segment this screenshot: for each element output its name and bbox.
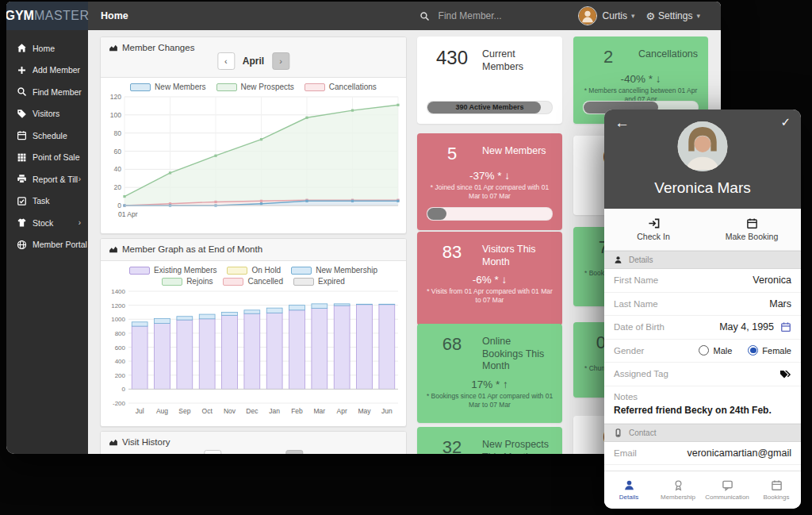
confirm-check-icon[interactable]: ✓ (780, 116, 791, 128)
settings-menu[interactable]: Settings (658, 10, 692, 21)
sidebar-item-find-member[interactable]: Find Member (6, 81, 88, 103)
tab-details[interactable]: Details (604, 471, 653, 509)
stat-note: * Visits from 01 Apr compared with 01 Ma… (417, 287, 562, 305)
svg-text:Jun: Jun (381, 407, 393, 415)
legend-swatch (223, 278, 243, 286)
prev-month-button[interactable]: ‹ (217, 52, 235, 70)
stat-note: * Bookings since 01 Apr compared with 01… (417, 392, 562, 409)
panel-title-text: Visit History (122, 437, 170, 447)
phone-icon (614, 429, 622, 437)
search-input[interactable] (437, 10, 542, 22)
calendar-icon (746, 217, 758, 229)
sidebar-item-member-portal[interactable]: Member Portal (6, 234, 88, 256)
radio-selected-icon[interactable] (748, 345, 758, 356)
user-avatar[interactable] (578, 6, 597, 25)
stat-title: New Prospects This Month (482, 437, 553, 454)
stat-card-visitors-this-month[interactable]: 83Visitors This Month-6% * ↓* Visits fro… (417, 232, 562, 325)
back-arrow-icon[interactable]: ← (615, 115, 630, 130)
sidebar-item-task[interactable]: Task (6, 190, 88, 213)
svg-text:0: 0 (122, 386, 126, 393)
next-day-button[interactable]: › (285, 450, 303, 454)
radio-unselected-icon[interactable] (699, 345, 709, 356)
legend-item-new-prospects[interactable]: New Prospects (216, 83, 294, 91)
profile-fields: First NameVeronicaLast NameMarsDate of B… (604, 269, 801, 424)
stat-card-new-members[interactable]: 5New Members-37% * ↓* Joined since 01 Ap… (417, 133, 562, 230)
field-value[interactable]: Mars (769, 298, 791, 309)
member-graph-panel: Member Graph as at End of Month Existing… (100, 238, 407, 427)
legend-item-expired[interactable]: Expired (293, 277, 345, 286)
stat-title: New Members (482, 144, 546, 164)
sidebar-item-label: Schedule (33, 131, 67, 140)
stat-title: Online Bookings This Month (482, 334, 553, 373)
stat-card-top: 430Current Members (417, 37, 562, 73)
stat-value: 2 (586, 47, 630, 67)
sidebar-item-schedule[interactable]: Schedule (6, 125, 88, 147)
svg-text:Sep: Sep (178, 407, 190, 415)
gender-option-female[interactable]: Female (748, 345, 791, 356)
svg-text:100: 100 (110, 111, 121, 119)
medal-icon (672, 479, 684, 491)
sidebar-item-home[interactable]: Home (6, 37, 88, 60)
calendar-icon (780, 321, 791, 332)
app-logo[interactable]: GYMMASTER (6, 2, 88, 30)
breadcrumb: Home (101, 10, 128, 21)
stat-card-new-prospects-this-month[interactable]: 32New Prospects This Month (417, 427, 562, 454)
member-changes-chart: 02040608010012001 Apr (102, 92, 404, 221)
legend-swatch (129, 267, 150, 275)
sidebar-item-visitors[interactable]: Visitors (6, 103, 88, 125)
svg-text:200: 200 (115, 372, 126, 379)
prev-day-button[interactable]: ‹ (204, 450, 221, 454)
legend-item-new-membership[interactable]: New Membership (291, 266, 377, 275)
sidebar-item-report-till[interactable]: Report & Till› (6, 168, 88, 190)
stat-card-online-bookings-this-month[interactable]: 68Online Bookings This Month17% * ↑* Boo… (417, 324, 562, 423)
legend-swatch (291, 267, 312, 275)
printer-icon (17, 174, 27, 184)
legend-label: New Prospects (241, 83, 294, 91)
member-changes-panel: Member Changes ‹ April › New MembersNew … (100, 37, 407, 234)
stat-card-top: 68Online Bookings This Month (417, 324, 562, 373)
legend-item-cancellations[interactable]: Cancellations (304, 83, 377, 91)
sidebar-item-add-member[interactable]: Add Member (6, 60, 88, 82)
calendar-icon (771, 479, 783, 491)
field-row-first-name: First NameVeronica (604, 269, 801, 293)
sidebar-item-stock[interactable]: Stock› (6, 212, 88, 234)
legend-item-existing-members[interactable]: Existing Members (129, 266, 216, 275)
tab-membership[interactable]: Membership (653, 471, 703, 509)
notes-value[interactable]: Referred friend Becky on 24th Feb. (604, 402, 801, 424)
globe-icon (17, 240, 27, 250)
sidebar-item-point-of-sale[interactable]: Point of Sale (6, 147, 88, 169)
stat-value: 430 (430, 47, 474, 73)
tab-bookings[interactable]: Bookings (752, 471, 801, 509)
stat-card-top: 5New Members (417, 133, 562, 164)
user-menu[interactable]: Curtis (603, 10, 627, 21)
visit-history-panel: Visit History ‹ 07-04-2019 › (100, 431, 407, 454)
field-label: Last Name (614, 299, 658, 309)
stat-card-current-members[interactable]: 430Current Members390 Active Members (417, 37, 562, 124)
sidebar-item-label: Task (33, 196, 50, 206)
legend-swatch (130, 83, 151, 91)
next-month-button[interactable]: › (272, 52, 289, 70)
legend-item-new-members[interactable]: New Members (130, 83, 205, 91)
legend-item-on-hold[interactable]: On Hold (227, 266, 281, 275)
svg-text:Feb: Feb (291, 407, 303, 415)
legend-label: New Membership (316, 266, 377, 275)
make-booking-button[interactable]: Make Booking (703, 209, 801, 250)
legend-label: Rejoins (186, 277, 213, 286)
notes-label: Notes (604, 386, 801, 402)
area-chart-icon (109, 437, 118, 447)
legend-item-cancelled[interactable]: Cancelled (223, 277, 282, 286)
gender-option-label: Female (762, 346, 791, 356)
check-in-button[interactable]: Check In (604, 209, 703, 250)
stat-card-top: 32New Prospects This Month (417, 427, 562, 454)
gender-option-male[interactable]: Male (699, 345, 732, 356)
legend-item-rejoins[interactable]: Rejoins (162, 277, 213, 286)
field-value[interactable]: May 4, 1995 (719, 321, 774, 332)
home-icon (17, 43, 27, 53)
sidebar-item-label: Find Member (33, 87, 82, 97)
email-label: Email (614, 448, 637, 458)
email-value[interactable]: veronicamartian@gmail (688, 448, 792, 459)
tab-communication[interactable]: Communication (703, 471, 752, 509)
member-photo (678, 121, 728, 171)
field-value[interactable]: Veronica (753, 275, 791, 286)
member-changes-title: Member Changes (109, 43, 194, 52)
